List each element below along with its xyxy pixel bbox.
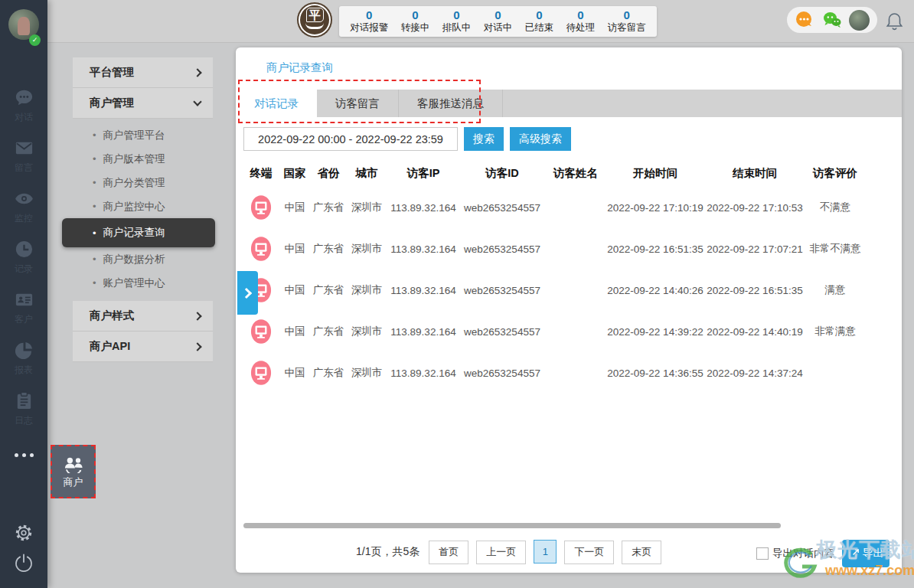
- submenu-item-商户管理平台[interactable]: •商户管理平台: [73, 123, 213, 147]
- menu-group-平台管理[interactable]: 平台管理: [73, 57, 213, 88]
- desktop-terminal-icon: [250, 194, 272, 220]
- stat-value: 0: [525, 9, 554, 22]
- sidebar-item-merchant[interactable]: 商户: [51, 445, 96, 498]
- stat-value: 0: [442, 9, 472, 22]
- channel-pill: [787, 7, 877, 33]
- user-avatar-small[interactable]: [849, 10, 870, 31]
- page-button-首页[interactable]: 首页: [429, 541, 468, 564]
- power-logout-icon[interactable]: [14, 553, 34, 573]
- sidebar-nav: 对话留言监控记录客户报表日志: [0, 81, 47, 435]
- stat-value: 0: [350, 9, 388, 22]
- brand-logo-glyph: 平: [306, 8, 324, 22]
- stat-label: 对话报警: [350, 23, 388, 34]
- country-cell: 中国: [279, 325, 311, 338]
- province-cell: 广东省: [311, 283, 346, 297]
- tab-bar: 对话记录访客留言客服推送消息: [236, 90, 902, 117]
- table-row: 中国广东省深圳市113.89.32.164web26532545572022-0…: [243, 352, 879, 394]
- eye-icon: [14, 188, 34, 209]
- page-button-1[interactable]: 1: [534, 540, 557, 564]
- chat-icon: [14, 87, 34, 108]
- icon-sidebar: ✓ 对话留言监控记录客户报表日志: [0, 0, 47, 588]
- bullet-icon: •: [93, 177, 96, 188]
- stat-label: 已结束: [525, 23, 554, 34]
- sidebar-item-label: 日志: [15, 414, 33, 427]
- page-button-末页[interactable]: 末页: [622, 541, 661, 564]
- tab-对话记录[interactable]: 对话记录: [236, 90, 317, 117]
- visitor-id-cell: web2653254557: [459, 368, 545, 379]
- start-time-cell: 2022-09-22 14:40:26: [606, 285, 704, 296]
- page-button-上一页[interactable]: 上一页: [476, 541, 526, 564]
- submenu-item-商户数据分析[interactable]: •商户数据分析: [73, 247, 213, 271]
- clock-icon: [14, 239, 34, 260]
- visitor-id-cell: web2653254557: [459, 326, 545, 338]
- submenu-item-label: 商户记录查询: [103, 226, 165, 240]
- submenu-item-商户监控中心[interactable]: •商户监控中心: [73, 194, 213, 218]
- submenu-item-label: 商户监控中心: [103, 200, 165, 214]
- end-time-cell: 2022-09-22 14:40:19: [704, 326, 805, 338]
- desktop-terminal-icon: [250, 360, 272, 386]
- search-button[interactable]: 搜索: [464, 127, 504, 151]
- table-row: 中国广东省深圳市113.89.32.164web26532545572022-0…: [243, 270, 879, 311]
- tab-访客留言[interactable]: 访客留言: [317, 90, 399, 117]
- menu-group-label: 平台管理: [90, 65, 134, 80]
- menu-group-商户管理[interactable]: 商户管理: [73, 88, 213, 119]
- export-content-checkbox[interactable]: [756, 547, 769, 560]
- stat-item: 0已结束: [525, 9, 554, 33]
- records-table: 终端国家省份城市访客IP访客ID访客姓名开始时间结束时间访客评价 中国广东省深圳…: [243, 159, 879, 394]
- hand-icon: [305, 23, 324, 29]
- export-button[interactable]: 导出: [842, 540, 890, 567]
- notification-bell-icon[interactable]: [886, 11, 903, 31]
- search-row: 搜索 高级搜索: [243, 127, 571, 151]
- submenu-item-label: 商户版本管理: [103, 152, 165, 166]
- stat-label: 访客留言: [608, 23, 646, 34]
- sidebar-item-监控[interactable]: 监控: [0, 182, 47, 233]
- user-avatar[interactable]: ✓: [8, 9, 39, 40]
- city-cell: 深圳市: [346, 201, 387, 214]
- sidebar-item-label: 留言: [15, 162, 33, 175]
- stat-label: 排队中: [442, 23, 472, 34]
- menu-collapse-toggle[interactable]: [237, 271, 258, 315]
- submenu-item-label: 商户数据分析: [103, 253, 165, 266]
- desktop-terminal-icon: [250, 236, 272, 262]
- advanced-search-button[interactable]: 高级搜索: [510, 127, 571, 151]
- submenu-item-label: 商户管理平台: [103, 129, 165, 142]
- menu-group-商户样式[interactable]: 商户样式: [73, 301, 213, 332]
- menu-group-商户API[interactable]: 商户API: [73, 332, 213, 362]
- end-time-cell: 2022-09-22 17:10:53: [704, 202, 805, 214]
- submenu-item-账户管理中心[interactable]: •账户管理中心: [73, 271, 213, 295]
- sidebar-item-label: 对话: [15, 111, 33, 124]
- bullet-icon: •: [93, 153, 96, 165]
- sidebar-item-报表[interactable]: 报表: [0, 334, 47, 384]
- date-range-input[interactable]: [243, 127, 458, 151]
- city-cell: 深圳市: [346, 325, 387, 338]
- online-status-badge: ✓: [29, 34, 41, 46]
- pagination-buttons: 首页上一页1下一页末页: [421, 540, 661, 564]
- sidebar-item-客户[interactable]: 客户: [0, 283, 47, 334]
- settings-gear-icon[interactable]: [13, 522, 34, 544]
- submenu-item-商户分类管理[interactable]: •商户分类管理: [73, 171, 213, 194]
- page-button-下一页[interactable]: 下一页: [564, 541, 614, 564]
- horizontal-scrollbar[interactable]: [243, 523, 781, 528]
- sidebar-item-留言[interactable]: 留言: [0, 132, 47, 182]
- more-menu-button[interactable]: [0, 453, 47, 457]
- visitor-ip-cell: 113.89.32.164: [387, 326, 459, 338]
- bullet-icon: •: [93, 129, 96, 141]
- chevron-down-icon: [193, 97, 201, 106]
- breadcrumb-title[interactable]: 商户记录查询: [266, 60, 333, 75]
- bullet-icon: •: [93, 253, 96, 265]
- sidebar-item-记录[interactable]: 记录: [0, 233, 47, 283]
- chevron-right-icon: [193, 342, 201, 351]
- chat-channel-icon[interactable]: [795, 10, 814, 30]
- tab-客服推送消息[interactable]: 客服推送消息: [399, 90, 503, 117]
- submenu-item-商户记录查询[interactable]: •商户记录查询: [62, 218, 215, 247]
- sidebar-item-对话[interactable]: 对话: [0, 81, 47, 132]
- sidebar-item-label: 客户: [15, 313, 33, 326]
- column-header: 访客评价: [805, 166, 865, 181]
- sidebar-item-日志[interactable]: 日志: [0, 384, 47, 435]
- topbar-stats: 0对话报警0转接中0排队中0对话中0已结束0待处理0访客留言: [339, 6, 657, 37]
- submenu-item-商户版本管理[interactable]: •商户版本管理: [73, 147, 213, 171]
- wechat-icon[interactable]: [822, 10, 842, 30]
- city-cell: 深圳市: [346, 366, 387, 380]
- terminal-cell: [243, 360, 279, 386]
- country-cell: 中国: [279, 201, 311, 214]
